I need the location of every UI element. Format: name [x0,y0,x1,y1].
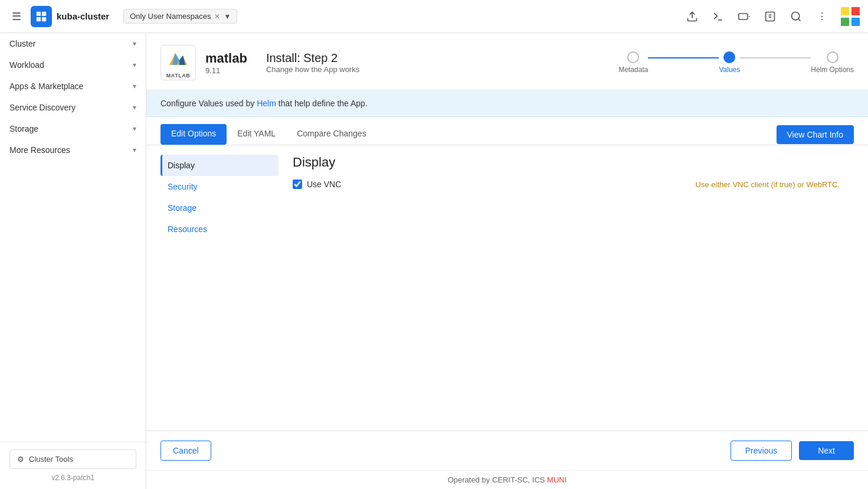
clipboard-icon[interactable] [762,8,778,25]
section-title: Display [293,155,854,170]
sidebar-item-apps-marketplace[interactable]: Apps & Marketplace ▾ [0,76,146,97]
step-line-1 [648,57,719,58]
app-logo-label: MATLAB [166,73,190,79]
topbar-icons: ⋮ [684,6,861,27]
use-vnc-label[interactable]: Use VNC [293,180,341,189]
sidebar-item-storage[interactable]: Storage ▾ [0,118,146,139]
main-layout: Cluster ▾ Workload ▾ Apps & Marketplace … [0,33,868,489]
chevron-down-icon: ▾ [133,40,136,48]
chevron-down-icon: ▾ [133,82,136,90]
form-nav-storage[interactable]: Storage [161,197,279,219]
step-helm-options: Helm Options [811,51,854,74]
step-title: Install: Step 2 [266,51,359,65]
svg-line-12 [798,18,801,21]
step-circle-helm [827,51,838,63]
step-label-values: Values [719,66,740,74]
sidebar-item-service-discovery[interactable]: Service Discovery ▾ [0,97,146,118]
namespace-close-icon[interactable]: ✕ [214,12,220,21]
namespace-label: Only User Namespaces [130,12,211,21]
form-help-text: Use either VNC client (if true) or WebRT… [696,180,854,189]
content-area: MATLAB matlab 9.11 Install: Step 2 Chang… [146,33,868,489]
info-text-after: that help define the App. [276,99,368,108]
hamburger-icon[interactable]: ☰ [7,7,26,26]
form-nav: Display Security Storage Resources [161,155,279,421]
footer-text: Operated by CERIT-SC, ICS MUNI [448,475,567,484]
gear-icon: ⚙ [17,455,24,464]
bottom-bar: Cancel Previous Next [146,431,868,470]
step-circle-values [723,51,735,63]
namespace-arrow-icon[interactable]: ▼ [224,12,231,21]
step-circle-metadata [627,51,639,63]
form-content: Display Use VNC Use either VNC client (i… [279,155,854,421]
step-values: Values [719,51,740,74]
tabs-bar: Edit Options Edit YAML Compare Changes V… [146,117,868,145]
form-area: Display Security Storage Resources Displ… [146,145,868,431]
battery-icon[interactable] [736,8,752,25]
plus-icon[interactable] [840,6,861,27]
version-label: v2.6.3-patch1 [9,474,136,482]
chevron-down-icon: ▾ [133,61,136,69]
app-logo [31,6,52,27]
plus-svg [841,7,860,26]
info-text-before: Configure Values used by [161,99,257,108]
namespace-selector[interactable]: Only User Namespaces ✕ ▼ [123,9,237,24]
more-icon[interactable]: ⋮ [814,8,830,25]
upload-icon[interactable] [684,8,700,25]
topbar: ☰ kuba-cluster Only User Namespaces ✕ ▼ … [0,0,868,33]
cluster-name: kuba-cluster [57,11,109,21]
step-label-helm: Helm Options [811,66,854,74]
tab-edit-yaml[interactable]: Edit YAML [227,124,286,145]
previous-button[interactable]: Previous [731,441,792,461]
svg-rect-0 [37,11,41,15]
matlab-logo-svg [166,47,190,71]
logo-icon [35,10,48,23]
view-chart-button[interactable]: View Chart Info [777,125,854,144]
step-metadata: Metadata [618,51,648,74]
sidebar-item-more-resources[interactable]: More Resources ▾ [0,139,146,161]
info-banner: Configure Values used by Helm that help … [146,90,868,117]
svg-rect-1 [42,11,46,15]
svg-point-11 [792,12,800,19]
footer: Operated by CERIT-SC, ICS MUNI [146,470,868,489]
cancel-button[interactable]: Cancel [161,441,211,461]
chevron-down-icon: ▾ [133,146,136,154]
svg-rect-16 [851,18,860,26]
sidebar-item-workload[interactable]: Workload ▾ [0,54,146,76]
app-header: MATLAB matlab 9.11 Install: Step 2 Chang… [146,33,868,90]
app-step-block: Install: Step 2 Change how the App works [266,51,359,74]
terminal-icon[interactable] [710,8,726,25]
svg-rect-3 [42,17,46,21]
app-version: 9.11 [205,66,247,75]
step-subtitle: Change how the App works [266,65,359,74]
app-logo-box: MATLAB [161,45,196,80]
search-icon[interactable] [788,8,804,25]
sidebar-item-cluster[interactable]: Cluster ▾ [0,33,146,54]
sidebar: Cluster ▾ Workload ▾ Apps & Marketplace … [0,33,146,489]
next-button[interactable]: Next [799,441,854,460]
footer-highlight: MUNI [547,475,566,484]
app-title-block: matlab 9.11 [205,51,247,75]
svg-rect-15 [841,18,849,26]
svg-rect-6 [739,14,748,19]
form-nav-display[interactable]: Display [161,155,279,176]
step-label-metadata: Metadata [618,66,648,74]
svg-rect-13 [841,7,849,15]
form-nav-security[interactable]: Security [161,176,279,197]
use-vnc-checkbox[interactable] [293,180,302,189]
svg-rect-14 [851,7,860,15]
tab-compare-changes[interactable]: Compare Changes [286,124,377,145]
chevron-down-icon: ▾ [133,125,136,133]
app-name: matlab [205,51,247,66]
form-row-use-vnc: Use VNC Use either VNC client (if true) … [293,180,854,189]
step-line-2 [740,57,811,58]
tab-edit-options[interactable]: Edit Options [161,124,227,145]
svg-rect-2 [37,17,41,21]
cluster-tools-button[interactable]: ⚙ Cluster Tools [9,449,136,469]
stepper: Metadata Values Helm Options [618,51,854,74]
sidebar-bottom: ⚙ Cluster Tools v2.6.3-patch1 [0,442,146,489]
form-nav-resources[interactable]: Resources [161,219,279,240]
use-vnc-text: Use VNC [307,180,341,189]
helm-link[interactable]: Helm [257,99,276,108]
chevron-down-icon: ▾ [133,103,136,112]
